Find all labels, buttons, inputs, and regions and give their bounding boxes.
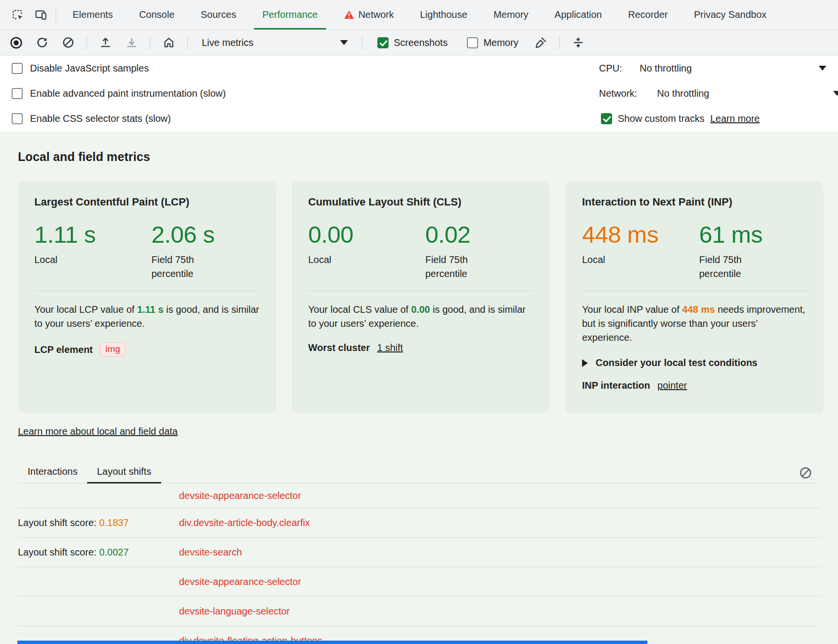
live-metrics-label: Live metrics <box>202 37 254 48</box>
tab-label: Network <box>359 9 394 20</box>
block-icon <box>62 36 75 49</box>
device-toolbar-button[interactable] <box>29 0 52 29</box>
checkbox-icon <box>12 63 23 74</box>
tab-label: Performance <box>262 9 318 20</box>
record-button[interactable] <box>5 32 27 53</box>
memory-label: Memory <box>483 37 518 48</box>
save-profile-button[interactable] <box>120 32 143 53</box>
clear-log-button[interactable] <box>796 464 815 482</box>
divider <box>56 8 56 22</box>
reload-icon <box>36 36 48 49</box>
checkbox-icon <box>467 37 478 48</box>
cpu-throttling-select[interactable]: No throttling <box>640 56 826 81</box>
local-test-conditions-disclosure[interactable]: Consider your local test conditions <box>582 357 807 368</box>
selected-row-top-sliver[interactable] <box>17 641 647 644</box>
chevron-down-icon <box>819 66 826 71</box>
layout-shift-row[interactable]: Layout shift score: 0.1837 div.devsite-a… <box>18 508 820 538</box>
lcp-local-value: 1.11 s <box>34 221 151 248</box>
card-values: 1.11 s Local 2.06 s Field 75th percentil… <box>34 221 259 281</box>
layout-shift-row[interactable]: devsite-language-selector <box>18 597 820 626</box>
network-throttling-select[interactable]: No throttling <box>657 81 838 106</box>
show-custom-tracks-checkbox[interactable]: Show custom tracks <box>601 113 704 124</box>
tab-recorder[interactable]: Recorder <box>615 0 681 29</box>
checkbox-icon <box>12 113 23 124</box>
lcp-element-chip[interactable]: img <box>100 342 126 357</box>
divider <box>187 36 188 49</box>
card-title: Cumulative Layout Shift (CLS) <box>308 196 533 208</box>
field-label: Field 75th percentile <box>699 253 762 281</box>
worst-cluster-link[interactable]: 1 shift <box>377 342 403 353</box>
inspect-button[interactable] <box>6 0 29 29</box>
lcp-card: Largest Contentful Paint (LCP) 1.11 s Lo… <box>18 181 276 413</box>
layout-shift-row[interactable]: Layout shift score: 0.0027 devsite-searc… <box>18 538 820 567</box>
layout-shift-row[interactable]: devsite-appearance-selector <box>18 483 820 508</box>
cls-field-value: 0.02 <box>425 221 488 248</box>
tab-sources[interactable]: Sources <box>188 0 249 29</box>
tab-privacy-sandbox[interactable]: Privacy Sandbox <box>681 0 779 29</box>
layout-shift-row[interactable]: devsite-appearance-selector <box>18 567 820 597</box>
tab-performance[interactable]: Performance <box>249 0 331 29</box>
layout-shift-rows: devsite-appearance-selector Layout shift… <box>18 483 820 644</box>
card-values: 0.00 Local 0.02 Field 75th percentile <box>308 221 533 281</box>
learn-more-link[interactable]: Learn more <box>710 113 760 124</box>
tab-label: Memory <box>494 9 528 20</box>
memory-checkbox[interactable]: Memory <box>459 37 526 48</box>
lcp-field-value: 2.06 s <box>151 221 214 248</box>
collapse-icon <box>572 36 584 49</box>
tab-elements[interactable]: Elements <box>60 0 126 29</box>
page-title: Local and field metrics <box>18 132 820 164</box>
cpu-throttling-value: No throttling <box>640 63 692 74</box>
divider <box>87 36 87 49</box>
cls-local-value: 0.00 <box>308 221 425 248</box>
clear-button[interactable] <box>57 32 79 53</box>
warning-icon <box>344 10 354 19</box>
tab-console[interactable]: Console <box>126 0 187 29</box>
divider <box>362 36 362 49</box>
collapse-settings-button[interactable] <box>567 32 589 53</box>
tab-memory[interactable]: Memory <box>480 0 541 29</box>
inp-interaction-label: INP interaction <box>582 380 650 391</box>
card-description: Your local LCP value of 1.11 s is good, … <box>34 303 259 331</box>
element-link[interactable]: div.devsite-article-body.clearfix <box>179 517 310 528</box>
element-link[interactable]: devsite-search <box>179 547 242 558</box>
tab-application[interactable]: Application <box>541 0 615 29</box>
checkbox-checked-icon <box>377 37 389 48</box>
record-and-reload-button[interactable] <box>31 32 53 53</box>
home-button[interactable] <box>158 32 180 53</box>
network-throttling-label: Network: <box>599 81 637 106</box>
screenshots-checkbox[interactable]: Screenshots <box>370 37 455 48</box>
chevron-down-icon <box>340 40 348 45</box>
tab-interactions[interactable]: Interactions <box>18 460 87 483</box>
load-profile-button[interactable] <box>94 32 117 53</box>
tab-network[interactable]: Network <box>331 0 407 29</box>
live-metrics-select[interactable]: Live metrics <box>195 32 355 53</box>
devtools-tab-bar: Elements Console Sources Performance Net… <box>0 0 838 30</box>
tab-label: Privacy Sandbox <box>694 9 766 20</box>
checkbox-checked-icon <box>601 113 612 124</box>
cls-card: Cumulative Layout Shift (CLS) 0.00 Local… <box>292 181 550 413</box>
inp-interaction-link[interactable]: pointer <box>658 380 687 391</box>
broom-icon <box>535 36 547 49</box>
live-metrics-view: Local and field metrics Largest Contentf… <box>0 132 838 644</box>
capture-settings: Disable JavaScript samples Enable advanc… <box>0 56 838 132</box>
divider <box>582 291 807 291</box>
worst-cluster-label: Worst cluster <box>308 342 370 353</box>
learn-more-field-data-link[interactable]: Learn more about local and field data <box>18 426 178 437</box>
gc-button[interactable] <box>530 32 552 53</box>
home-icon <box>163 36 175 49</box>
screenshots-label: Screenshots <box>394 37 448 48</box>
load-profile-icon <box>99 36 112 49</box>
tab-layout-shifts[interactable]: Layout shifts <box>87 460 161 483</box>
inp-field-value: 61 ms <box>699 221 763 248</box>
device-toolbar-icon <box>34 8 47 21</box>
element-link[interactable]: devsite-appearance-selector <box>179 490 301 501</box>
show-custom-tracks-row: Show custom tracks Learn more <box>601 106 760 131</box>
element-link[interactable]: devsite-appearance-selector <box>179 576 301 587</box>
divider <box>34 291 259 291</box>
tab-lighthouse[interactable]: Lighthouse <box>407 0 480 29</box>
element-link[interactable]: devsite-language-selector <box>179 606 290 617</box>
metric-cards: Largest Contentful Paint (LCP) 1.11 s Lo… <box>18 181 820 413</box>
inspect-icon <box>11 8 24 21</box>
inp-local-value: 448 ms <box>582 221 699 248</box>
card-values: 448 ms Local 61 ms Field 75th percentile <box>582 221 807 281</box>
